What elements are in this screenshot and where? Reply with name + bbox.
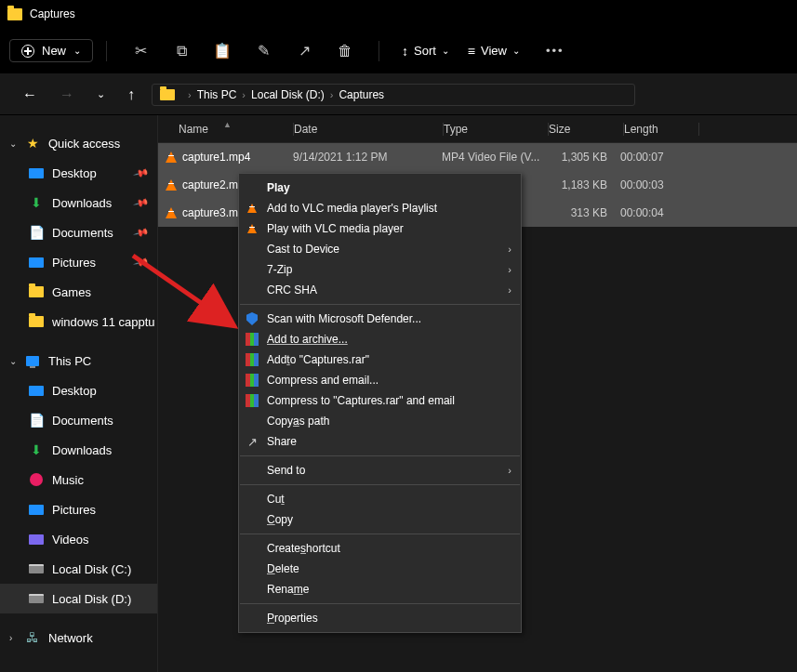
pc-icon — [26, 356, 39, 366]
column-label: Length — [624, 123, 658, 136]
chevron-right-icon: › — [330, 89, 334, 100]
title-bar: Captures — [0, 0, 797, 28]
ctx-send-to[interactable]: Send to› — [239, 460, 521, 481]
context-menu: Play Add to VLC media player's Playlist … — [238, 173, 522, 633]
sidebar-item-downloads[interactable]: ⬇ Downloads 📌 — [0, 188, 157, 217]
column-type[interactable]: Type — [444, 123, 548, 136]
sidebar-item-desktop2[interactable]: Desktop — [0, 376, 157, 405]
sidebar-label: Pictures — [52, 503, 96, 517]
sidebar-item-downloads2[interactable]: ⬇ Downloads — [0, 435, 157, 465]
ctx-copy[interactable]: Copy — [239, 509, 521, 530]
ctx-crc[interactable]: CRC SHA› — [239, 280, 521, 300]
sidebar-item-win11[interactable]: windows 11 capptu — [0, 307, 157, 336]
desktop-icon — [29, 168, 44, 178]
recent-chevron-icon[interactable]: ⌄ — [97, 88, 105, 100]
column-size[interactable]: Size — [549, 123, 623, 136]
ctx-add-archive[interactable]: Add to archive... — [239, 329, 521, 349]
ctx-play-vlc[interactable]: Play with VLC media player — [239, 218, 521, 239]
ctx-properties[interactable]: Properties — [239, 608, 521, 628]
sidebar-item-pictures2[interactable]: Pictures — [0, 494, 157, 524]
ctx-7zip[interactable]: 7-Zip› — [239, 259, 521, 280]
share-icon[interactable]: ↗ — [295, 42, 313, 59]
column-name[interactable]: ▲ Name — [158, 123, 293, 136]
breadcrumb[interactable]: › This PC › Local Disk (D:) › Captures — [152, 84, 635, 106]
separator — [240, 534, 520, 534]
ctx-add-to-rar[interactable]: Add to "Captures.rar" — [239, 349, 521, 370]
sidebar-item-network[interactable]: › 🖧 Network — [0, 623, 157, 652]
view-button[interactable]: ≡ View ⌄ — [468, 44, 520, 59]
breadcrumb-captures[interactable]: Captures — [339, 88, 384, 101]
back-button[interactable]: ← — [22, 86, 37, 103]
cut-icon[interactable]: ✂ — [131, 42, 150, 59]
separator — [106, 41, 107, 61]
ctx-add-playlist[interactable]: Add to VLC media player's Playlist — [239, 198, 521, 218]
sidebar-label: Local Disk (C:) — [52, 562, 131, 576]
column-length[interactable]: Length — [624, 123, 698, 136]
new-label: New — [42, 44, 66, 58]
chevron-down-icon: ⌄ — [9, 138, 20, 149]
videos-icon — [29, 534, 44, 545]
ctx-cast[interactable]: Cast to Device› — [239, 239, 521, 259]
sidebar-item-games[interactable]: Games — [0, 277, 157, 307]
breadcrumb-this-pc[interactable]: This PC — [197, 88, 237, 101]
pictures-icon — [29, 505, 44, 515]
sidebar-item-desktop[interactable]: Desktop 📌 — [0, 158, 157, 188]
column-label: Size — [549, 123, 570, 136]
ctx-compress-email[interactable]: Compress and email... — [239, 370, 521, 390]
up-button[interactable]: ↑ — [127, 86, 135, 103]
file-length: 00:00:04 — [620, 206, 695, 219]
chevron-right-icon: › — [508, 465, 511, 476]
column-label: Type — [444, 123, 468, 136]
breadcrumb-disk-d[interactable]: Local Disk (D:) — [251, 88, 325, 101]
shield-icon — [246, 312, 258, 325]
sort-button[interactable]: ↕ Sort ⌄ — [402, 44, 449, 59]
ctx-cut[interactable]: Cut — [239, 489, 521, 509]
sidebar-item-pictures[interactable]: Pictures 📌 — [0, 247, 157, 277]
chevron-right-icon: › — [188, 89, 192, 100]
new-button[interactable]: New ⌄ — [9, 39, 93, 62]
sidebar-item-documents2[interactable]: 📄 Documents — [0, 405, 157, 435]
ctx-defender[interactable]: Scan with Microsoft Defender... — [239, 309, 521, 329]
sidebar-item-videos[interactable]: Videos — [0, 524, 157, 554]
sidebar-item-this-pc[interactable]: ⌄ This PC — [0, 346, 157, 376]
vlc-icon — [166, 207, 177, 218]
copy-icon[interactable]: ⧉ — [172, 43, 191, 59]
ctx-compress-rar-email[interactable]: Compress to "Captures.rar" and email — [239, 390, 521, 411]
forward-button[interactable]: → — [60, 86, 74, 103]
rename-icon[interactable]: ✎ — [254, 42, 272, 59]
ctx-play[interactable]: Play — [239, 178, 521, 198]
ctx-copy-path[interactable]: Copy as path — [239, 411, 521, 431]
file-row[interactable]: capture1.mp4 9/14/2021 1:12 PM MP4 Video… — [158, 143, 797, 171]
sidebar-label: Quick access — [48, 137, 120, 151]
nav-bar: ← → ⌄ ↑ › This PC › Local Disk (D:) › Ca… — [0, 74, 797, 115]
chevron-right-icon: › — [508, 284, 511, 296]
sidebar-item-documents[interactable]: 📄 Documents 📌 — [0, 217, 157, 247]
folder-icon — [160, 89, 175, 100]
sidebar-label: Downloads — [52, 196, 112, 210]
file-size: 1,305 KB — [546, 151, 620, 164]
separator — [240, 484, 520, 485]
delete-icon[interactable]: 🗑 — [336, 43, 354, 59]
ctx-rename[interactable]: Rename — [239, 579, 521, 600]
paste-icon[interactable]: 📋 — [213, 42, 232, 59]
disk-icon — [29, 564, 44, 573]
downloads-icon: ⬇ — [28, 196, 45, 209]
sidebar-item-quick-access[interactable]: ⌄ ★ Quick access — [0, 128, 157, 158]
view-icon: ≡ — [468, 44, 475, 59]
documents-icon: 📄 — [28, 414, 45, 427]
more-button[interactable]: ••• — [546, 44, 565, 58]
ctx-delete[interactable]: Delete — [239, 559, 521, 579]
sidebar-item-disk-c[interactable]: Local Disk (C:) — [0, 554, 157, 584]
chevron-down-icon: ⌄ — [73, 46, 81, 56]
sidebar-item-music[interactable]: Music — [0, 465, 157, 494]
column-date[interactable]: Date — [294, 123, 443, 136]
sidebar-item-disk-d[interactable]: Local Disk (D:) — [0, 584, 157, 613]
winrar-icon — [246, 374, 259, 387]
pin-icon: 📌 — [133, 224, 151, 241]
chevron-down-icon: ⌄ — [442, 46, 449, 56]
window-title: Captures — [30, 7, 75, 20]
ctx-shortcut[interactable]: Create shortcut — [239, 538, 521, 559]
ctx-share[interactable]: ↗Share — [239, 431, 521, 452]
file-name: capture1.mp4 — [182, 151, 250, 164]
music-icon — [30, 473, 43, 486]
